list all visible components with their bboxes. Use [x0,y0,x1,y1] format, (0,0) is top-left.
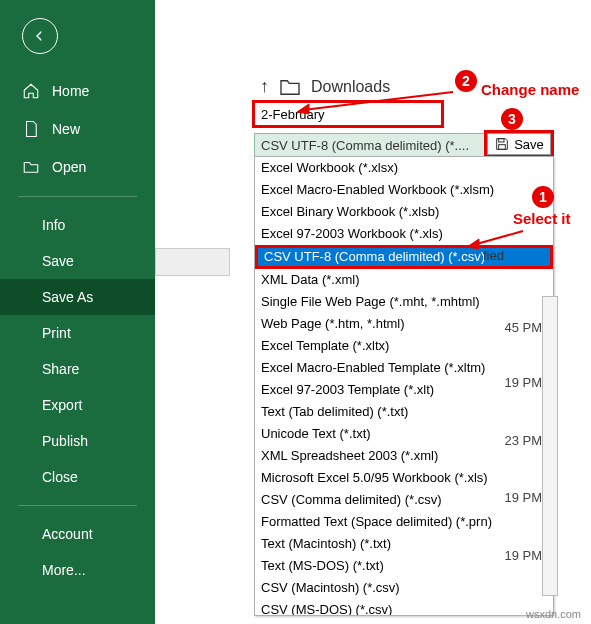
dropdown-item[interactable]: Excel Macro-Enabled Workbook (*.xlsm) [255,179,553,201]
nav-close[interactable]: Close [0,459,155,495]
time-text: 19 PM [504,375,542,390]
back-arrow-icon [32,28,48,44]
nav-account[interactable]: Account [0,516,155,552]
time-text: 45 PM [504,320,542,335]
nav-save-as[interactable]: Save As [0,279,155,315]
nav-new-label: New [52,121,80,137]
dropdown-item[interactable]: Formatted Text (Space delimited) (*.prn) [255,511,553,533]
svg-line-2 [303,92,453,110]
callout-2-label: Change name [481,81,579,98]
time-text: 19 PM [504,548,542,563]
dropdown-item[interactable]: CSV (Macintosh) (*.csv) [255,577,553,599]
nav-print[interactable]: Print [0,315,155,351]
nav-home[interactable]: Home [0,72,155,110]
callout-2-arrow-icon [295,88,455,116]
svg-rect-0 [499,139,504,142]
time-text: 23 PM [504,433,542,448]
nav-save[interactable]: Save [0,243,155,279]
backstage-sidebar: Home New Open Info Save Save As Print Sh… [0,0,155,624]
nav-publish[interactable]: Publish [0,423,155,459]
list-selection-bg [155,248,230,276]
save-button[interactable]: Save [487,133,551,155]
up-arrow-icon[interactable]: ↑ [260,76,269,97]
nav-new[interactable]: New [0,110,155,148]
svg-marker-5 [467,239,479,249]
callout-1: 1 [532,186,554,208]
callout-3: 3 [501,108,523,130]
svg-marker-3 [297,104,309,114]
filetype-selected-text: CSV UTF-8 (Comma delimited) (*.... [261,138,469,153]
sidebar-separator [18,196,137,197]
back-button[interactable] [22,18,58,54]
nav-more[interactable]: More... [0,552,155,588]
nav-open-label: Open [52,159,86,175]
dropdown-item[interactable]: Excel Workbook (*.xlsx) [255,157,553,179]
nav-info[interactable]: Info [0,207,155,243]
nav-open[interactable]: Open [0,148,155,186]
svg-rect-1 [499,145,506,150]
save-button-highlight: Save [484,130,554,158]
callout-1-label: Select it [513,210,571,227]
open-icon [22,158,40,176]
sidebar-separator-2 [18,505,137,506]
nav-share[interactable]: Share [0,351,155,387]
dropdown-item[interactable]: Excel Template (*.xltx) [255,335,553,357]
watermark: wsxdn.com [526,608,581,620]
dropdown-item[interactable]: Excel Binary Workbook (*.xlsb) [255,201,553,223]
dropdown-item[interactable]: Microsoft Excel 5.0/95 Workbook (*.xls) [255,467,553,489]
save-button-label: Save [514,137,544,152]
new-icon [22,120,40,138]
nav-export[interactable]: Export [0,387,155,423]
svg-line-4 [473,231,523,245]
dropdown-item[interactable]: CSV (MS-DOS) (*.csv) [255,599,553,616]
callout-2: 2 [455,70,477,92]
dropdown-item[interactable]: XML Spreadsheet 2003 (*.xml) [255,445,553,467]
time-text: 19 PM [504,490,542,505]
callout-1-arrow-icon [465,227,525,251]
dropdown-item[interactable]: Text (Tab delimited) (*.txt) [255,401,553,423]
home-icon [22,82,40,100]
dropdown-item[interactable]: XML Data (*.xml) [255,269,553,291]
save-icon [494,136,510,152]
nav-home-label: Home [52,83,89,99]
scrollbar[interactable] [542,296,558,596]
dropdown-item[interactable]: Single File Web Page (*.mht, *.mhtml) [255,291,553,313]
